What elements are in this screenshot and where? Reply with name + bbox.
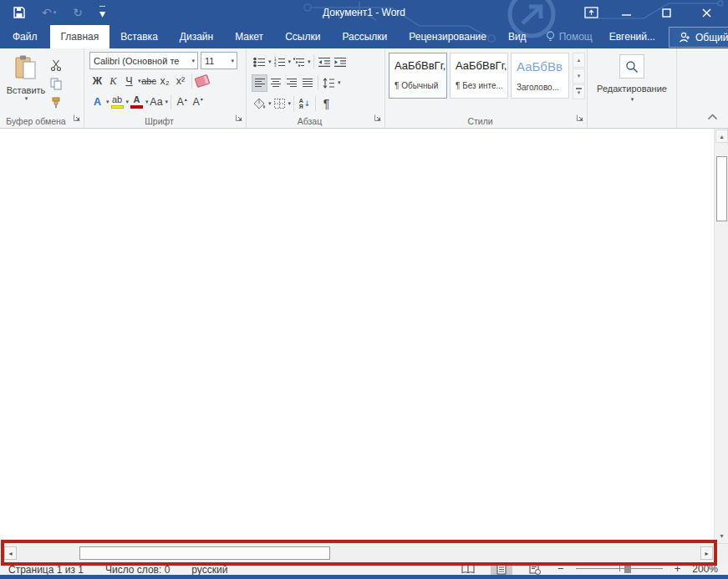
styles-gallery-scroll: ▴ ▾ ▾	[573, 53, 585, 99]
redo-icon[interactable]: ↻	[73, 7, 83, 18]
subscript-button[interactable]: x₂	[157, 73, 173, 90]
tab-layout[interactable]: Макет	[224, 25, 274, 48]
ribbon-display-options-icon[interactable]	[584, 7, 598, 22]
editing-dropdown-icon[interactable]: ▾	[631, 96, 634, 103]
font-dialog-launcher-icon[interactable]	[235, 110, 243, 125]
style-label: ¶ Обычный	[395, 81, 445, 90]
tab-review[interactable]: Рецензирование	[398, 25, 497, 48]
multilevel-list-button[interactable]	[291, 53, 307, 71]
paste-dropdown-icon[interactable]: ▾	[25, 95, 28, 102]
zoom-slider[interactable]	[576, 563, 663, 575]
align-left-button[interactable]	[252, 74, 267, 92]
quick-access-toolbar: ↶▾ ↻ ▾	[13, 6, 105, 19]
styles-scroll-up-icon[interactable]: ▴	[573, 53, 585, 68]
multilevel-dropdown-icon[interactable]: ▾	[308, 58, 311, 65]
zoom-level[interactable]: 200%	[692, 563, 718, 575]
tab-file[interactable]: Файл	[0, 25, 50, 48]
paste-button[interactable]: Вставить ▾	[2, 51, 50, 114]
increase-indent-button[interactable]	[333, 53, 349, 71]
tab-references[interactable]: Ссылки	[274, 25, 331, 48]
web-layout-icon[interactable]	[524, 563, 546, 575]
borders-dropdown-icon[interactable]: ▾	[288, 100, 292, 107]
cut-icon[interactable]	[50, 58, 70, 72]
grow-font-button[interactable]: А▴	[174, 94, 190, 111]
collapse-ribbon-icon[interactable]	[707, 109, 718, 124]
print-layout-icon[interactable]	[491, 563, 512, 575]
font-name-dropdown-icon[interactable]: ▾	[190, 58, 197, 64]
tab-insert[interactable]: Вставка	[109, 25, 169, 48]
group-editing: Редактирование ▾	[588, 48, 677, 128]
italic-button[interactable]: К	[105, 73, 121, 90]
font-name-combo[interactable]: Calibri (Основной те ▾	[89, 52, 198, 69]
paragraph-dialog-launcher-icon[interactable]	[374, 110, 382, 125]
divider	[315, 96, 316, 111]
document-canvas[interactable]	[0, 129, 714, 543]
style-normal[interactable]: АаБбВвГг, ¶ Обычный	[389, 53, 447, 99]
line-spacing-dropdown-icon[interactable]: ▾	[338, 79, 341, 86]
font-size-dropdown-icon[interactable]: ▾	[229, 58, 237, 64]
page-indicator[interactable]: Страница 1 из 1	[8, 564, 84, 575]
justify-button[interactable]	[299, 74, 315, 92]
style-no-spacing[interactable]: АаБбВвГг, ¶ Без инте...	[450, 53, 508, 99]
align-center-button[interactable]	[267, 74, 283, 92]
copy-icon[interactable]	[50, 77, 70, 91]
superscript-button[interactable]: x²	[173, 73, 189, 90]
scroll-right-icon[interactable]: ▸	[700, 546, 713, 560]
vertical-scrollbar[interactable]: ▴ ▾	[714, 129, 728, 543]
font-size-combo[interactable]: 11 ▾	[201, 52, 237, 69]
zoom-in-icon[interactable]: +	[675, 565, 681, 573]
shrink-font-button[interactable]: А▾	[190, 94, 206, 111]
styles-scroll-down-icon[interactable]: ▾	[573, 69, 585, 84]
scroll-up-icon[interactable]: ▴	[715, 130, 728, 143]
read-mode-icon[interactable]	[457, 563, 479, 575]
strikethrough-button[interactable]: abc	[141, 73, 157, 90]
account-name[interactable]: Евгений...	[601, 25, 664, 48]
format-painter-icon[interactable]	[50, 96, 70, 110]
share-button[interactable]: Общий доступ	[669, 27, 728, 48]
bold-button[interactable]: Ж	[89, 73, 105, 90]
word-count[interactable]: Число слов: 0	[105, 564, 170, 575]
tell-me-box[interactable]: Помощ	[537, 25, 601, 48]
styles-dialog-launcher-icon[interactable]	[576, 110, 584, 125]
tab-home[interactable]: Главная	[50, 25, 110, 48]
scroll-left-icon[interactable]: ◂	[4, 546, 17, 560]
vertical-scroll-thumb[interactable]	[716, 156, 727, 221]
undo-icon[interactable]: ↶▾	[42, 7, 56, 18]
title-chrome: ↶▾ ↻ ▾ Документ1 - Word Файл Главная Вст…	[0, 0, 728, 48]
bullets-button[interactable]	[252, 53, 267, 71]
underline-button[interactable]: Ч	[121, 73, 137, 90]
horizontal-scroll-thumb[interactable]	[79, 546, 330, 560]
style-heading1[interactable]: АаБбВв Заголово...	[511, 53, 569, 99]
decrease-indent-button[interactable]	[317, 53, 333, 71]
language-indicator[interactable]: русский	[191, 564, 227, 575]
clear-formatting-button[interactable]	[195, 73, 211, 90]
change-case-dropdown-icon[interactable]: ▾	[165, 99, 169, 105]
font-color-button[interactable]: А	[129, 94, 145, 111]
tab-design[interactable]: Дизайн	[169, 25, 224, 48]
minimize-icon[interactable]	[606, 0, 646, 25]
horizontal-scrollbar[interactable]: ◂ ▸	[0, 543, 728, 562]
find-button[interactable]	[619, 54, 644, 79]
paragraph-group-label: Абзац	[247, 116, 373, 126]
clipboard-dialog-launcher-icon[interactable]	[73, 110, 81, 125]
line-spacing-button[interactable]	[321, 74, 337, 92]
change-case-button[interactable]: Аа	[149, 94, 165, 111]
save-icon[interactable]	[13, 7, 25, 18]
customize-qat-icon[interactable]: ▾	[99, 6, 105, 19]
maximize-icon[interactable]	[646, 0, 686, 25]
close-icon[interactable]	[686, 0, 726, 25]
align-right-button[interactable]	[283, 74, 299, 92]
tab-mailings[interactable]: Рассылки	[331, 25, 398, 48]
numbering-button[interactable]: 123	[272, 53, 288, 71]
scroll-down-icon[interactable]: ▾	[715, 529, 728, 542]
shading-button[interactable]	[252, 95, 267, 113]
zoom-out-icon[interactable]: −	[557, 565, 564, 573]
zoom-slider-thumb[interactable]	[624, 565, 631, 573]
sort-button[interactable]: АЯ ↓	[297, 95, 313, 113]
text-effects-button[interactable]: А	[89, 94, 105, 111]
show-marks-button[interactable]: ¶	[318, 95, 334, 113]
highlight-button[interactable]: ab	[109, 94, 125, 111]
borders-button[interactable]	[272, 95, 288, 113]
styles-more-icon[interactable]: ▾	[573, 84, 585, 99]
tab-view[interactable]: Вид	[497, 25, 537, 48]
